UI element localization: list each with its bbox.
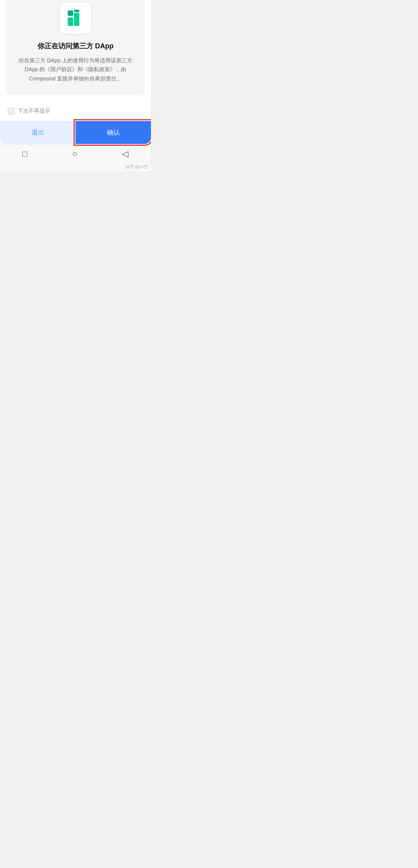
bottom-nav: □ ○ ◁: [0, 144, 151, 163]
modal-heading: 你正在访问第三方 DApp: [38, 41, 114, 51]
no-show-checkbox[interactable]: [8, 108, 15, 114]
confirm-button[interactable]: 确认: [75, 121, 151, 144]
svg-rect-5: [74, 13, 79, 26]
no-show-label: 下次不再提示: [18, 108, 50, 114]
square-nav-icon[interactable]: □: [22, 149, 27, 159]
modal-description: 你在第三方 DApp 上的使用行为将适用该第三方 DApp 的《用户协议》和《隐…: [14, 56, 137, 84]
svg-rect-4: [68, 17, 73, 26]
compound-app-area: Compound 连接钱包 净APY 抵押余额 借贷余额 借入限额 0%: [0, 28, 151, 144]
svg-rect-6: [68, 10, 73, 16]
exit-button[interactable]: 退出: [0, 121, 75, 144]
watermark: 知乎 @小巴: [0, 163, 151, 171]
modal-content-card: 你正在访问第三方 DApp 你在第三方 DApp 上的使用行为将适用该第三方 D…: [6, 0, 145, 95]
modal-overlay: 访问说明 你正在访问第三方 DApp 你在第三方 DApp 上的使用行为将适用该…: [0, 28, 151, 144]
dapp-icon-box: [60, 3, 91, 34]
back-nav-icon[interactable]: ◁: [122, 149, 128, 159]
modal-checkbox-row: 下次不再提示: [0, 101, 151, 121]
circle-nav-icon[interactable]: ○: [72, 149, 77, 159]
modal-sheet: 访问说明 你正在访问第三方 DApp 你在第三方 DApp 上的使用行为将适用该…: [0, 0, 151, 144]
modal-buttons: 退出 确认: [0, 121, 151, 144]
dapp-logo-icon: [65, 8, 86, 28]
svg-rect-7: [74, 10, 79, 12]
